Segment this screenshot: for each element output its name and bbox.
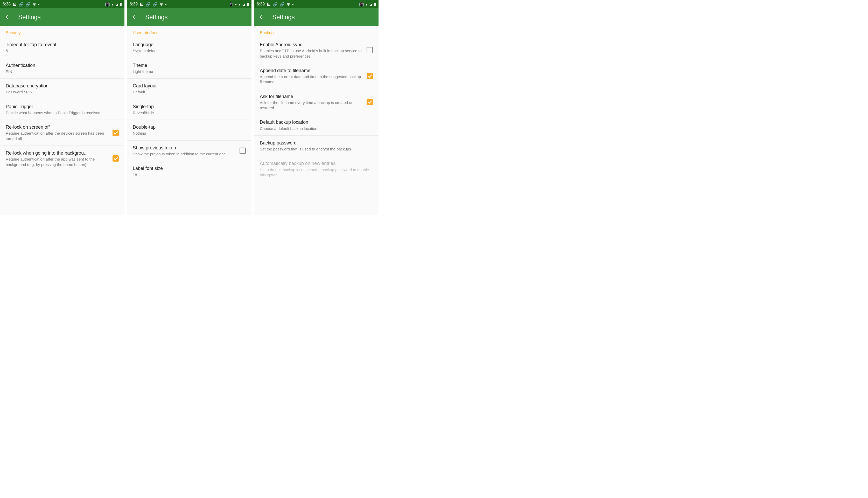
app-bar: Settings	[254, 8, 378, 26]
row-append-date[interactable]: Append date to filename Append the curre…	[254, 63, 378, 89]
row-title: Database encryption	[6, 83, 119, 89]
status-dot-icon: •	[38, 2, 39, 6]
status-image-icon: 🖼	[140, 2, 144, 6]
status-image-icon: 🖼	[267, 2, 271, 6]
back-button[interactable]	[5, 14, 11, 20]
row-default-backup-location[interactable]: Default backup location Choose a default…	[254, 115, 378, 136]
status-pinwheel-icon: ✻	[160, 2, 163, 6]
row-card-layout[interactable]: Card layout Default	[127, 79, 252, 99]
row-title: Label font size	[133, 165, 246, 171]
row-title: Language	[133, 41, 246, 48]
row-single-tap[interactable]: Single-tap Reveal/Hide	[127, 99, 252, 120]
row-double-tap[interactable]: Double-tap Nothing	[127, 120, 252, 141]
settings-list: User interface Language System default T…	[127, 26, 252, 215]
settings-list: Security Timeout for tap to reveal 5 Aut…	[0, 26, 124, 215]
checkbox-append-date[interactable]	[366, 73, 373, 79]
row-relock-screen-off[interactable]: Re-lock on screen off Require authentica…	[0, 120, 124, 146]
row-title: Backup password	[260, 140, 373, 146]
battery-icon: ▮	[247, 2, 249, 6]
checkbox-android-sync[interactable]	[366, 47, 373, 53]
row-title: Enable Android sync	[260, 41, 362, 48]
row-sub: Set a default backup location and a back…	[260, 167, 373, 178]
screen-security: 6:38 🖼 🔗 🔗 ✻ • 📳 ▾ ◢ ▮ Settings Security…	[0, 0, 124, 215]
arrow-back-icon	[259, 14, 265, 20]
status-dot-icon: •	[292, 2, 293, 6]
arrow-back-icon	[132, 14, 138, 20]
row-sub: Decide what happens when a Panic Trigger…	[6, 110, 119, 115]
row-sub: Choose a default backup location	[260, 126, 373, 131]
battery-icon: ▮	[374, 2, 376, 6]
section-header-ui: User interface	[127, 26, 252, 37]
row-auto-backup: Automatically backup on new entries Set …	[254, 156, 378, 182]
vibrate-icon: 📳	[228, 2, 233, 6]
row-show-previous-token[interactable]: Show previous token Show the previous to…	[127, 141, 252, 161]
row-sub: Default	[133, 90, 246, 95]
row-sub: 5	[6, 48, 119, 53]
status-time: 6:39	[130, 2, 138, 6]
row-sub: 18	[133, 172, 246, 178]
wifi-icon: ▾	[111, 2, 113, 6]
row-sub: Password / PIN	[6, 90, 119, 95]
row-title: Show previous token	[133, 145, 236, 151]
row-sub: Require authentication after the devices…	[6, 131, 108, 141]
row-sub: System default	[133, 48, 246, 53]
row-sub: Show the previous token in addition to t…	[133, 152, 236, 157]
row-title: Double-tap	[133, 124, 246, 130]
screen-user-interface: 6:39 🖼 🔗 🔗 ✻ • 📳 ▾ ▾ ◢ ▮ Settings User i…	[127, 0, 252, 215]
row-sub: Light theme	[133, 69, 246, 74]
status-image-icon: 🖼	[13, 2, 17, 6]
row-database-encryption[interactable]: Database encryption Password / PIN	[0, 79, 124, 99]
row-sub: Nothing	[133, 131, 246, 136]
back-button[interactable]	[132, 14, 138, 20]
wifi-icon: ▾	[239, 2, 241, 6]
row-title: Authentication	[6, 62, 119, 68]
row-theme[interactable]: Theme Light theme	[127, 58, 252, 79]
row-authentication[interactable]: Authentication PIN	[0, 58, 124, 79]
back-button[interactable]	[259, 14, 265, 20]
status-bar: 6:38 🖼 🔗 🔗 ✻ • 📳 ▾ ◢ ▮	[0, 0, 124, 8]
row-language[interactable]: Language System default	[127, 37, 252, 58]
vibrate-icon: 📳	[359, 2, 364, 6]
section-header-security: Security	[0, 26, 124, 37]
status-time: 6:38	[3, 2, 11, 6]
section-header-backup: Backup	[254, 26, 378, 37]
row-relock-background[interactable]: Re-lock when going into the backgrou.. R…	[0, 146, 124, 171]
row-title: Append date to filename	[260, 67, 362, 74]
checkbox-show-previous-token[interactable]	[240, 147, 246, 154]
caret-down-icon: ▾	[235, 2, 237, 6]
row-sub: PIN	[6, 69, 119, 74]
row-title: Re-lock on screen off	[6, 124, 108, 130]
signal-icon: ◢	[242, 2, 245, 6]
status-pinwheel-icon: ✻	[287, 2, 290, 6]
row-sub: Append the current date and time to the …	[260, 74, 362, 85]
row-ask-filename[interactable]: Ask for filename Ask for the filename ev…	[254, 89, 378, 115]
appbar-title: Settings	[145, 13, 168, 21]
checkbox-relock-background[interactable]	[112, 155, 119, 161]
battery-icon: ▮	[120, 2, 122, 6]
row-title: Panic Trigger	[6, 104, 119, 110]
status-time: 6:39	[257, 2, 265, 6]
row-enable-android-sync[interactable]: Enable Android sync Enables andOTP to us…	[254, 37, 378, 63]
row-title: Automatically backup on new entries	[260, 160, 373, 167]
row-sub: Ask for the filename every time a backup…	[260, 100, 362, 111]
status-sync-icon: 🔗	[26, 2, 30, 6]
signal-icon: ◢	[115, 2, 118, 6]
status-bar: 6:39 🖼 🔗 🔗 ✻ • 📳 ▾ ▾ ◢ ▮	[127, 0, 252, 8]
row-panic-trigger[interactable]: Panic Trigger Decide what happens when a…	[0, 99, 124, 120]
row-sub: Set the password that is used to encrypt…	[260, 146, 373, 152]
status-sync-icon: 🔗	[19, 2, 24, 6]
signal-icon: ◢	[369, 2, 372, 6]
status-pinwheel-icon: ✻	[33, 2, 36, 6]
row-label-font-size[interactable]: Label font size 18	[127, 161, 252, 182]
checkbox-ask-filename[interactable]	[366, 99, 373, 105]
row-sub: Reveal/Hide	[133, 110, 246, 115]
status-dot-icon: •	[165, 2, 166, 6]
arrow-back-icon	[5, 14, 11, 20]
row-title: Timeout for tap to reveal	[6, 41, 119, 48]
checkbox-relock-screen-off[interactable]	[112, 130, 119, 136]
row-sub: Enables andOTP to use Android's built in…	[260, 48, 362, 59]
row-title: Default backup location	[260, 119, 373, 125]
row-backup-password[interactable]: Backup password Set the password that is…	[254, 136, 378, 156]
row-timeout-tap-reveal[interactable]: Timeout for tap to reveal 5	[0, 37, 124, 58]
row-title: Single-tap	[133, 104, 246, 110]
